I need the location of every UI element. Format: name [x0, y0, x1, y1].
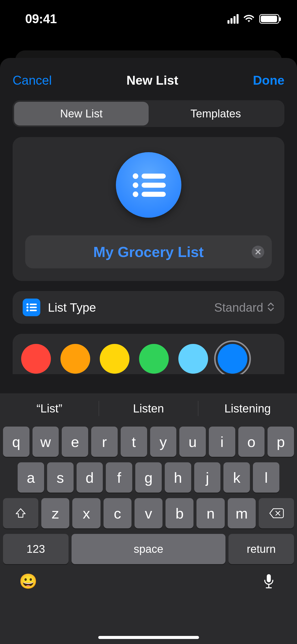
- list-name-input[interactable]: [34, 243, 263, 260]
- svg-rect-12: [267, 574, 271, 582]
- color-swatch-4[interactable]: [178, 344, 208, 374]
- suggestion-1[interactable]: Listen: [99, 402, 198, 415]
- svg-rect-5: [142, 192, 166, 197]
- key-x[interactable]: x: [72, 498, 100, 528]
- key-z[interactable]: z: [41, 498, 69, 528]
- svg-point-0: [133, 173, 138, 179]
- tab-templates[interactable]: Templates: [149, 102, 283, 125]
- suggestion-2[interactable]: Listening: [198, 402, 297, 415]
- key-u[interactable]: u: [179, 427, 206, 457]
- status-indicators: [227, 14, 279, 24]
- sheet-title: New List: [126, 73, 178, 88]
- dictation-key[interactable]: [261, 573, 277, 589]
- status-time: 09:41: [25, 12, 57, 26]
- key-f[interactable]: f: [106, 462, 132, 493]
- color-swatch-0[interactable]: [21, 344, 51, 374]
- key-m[interactable]: m: [228, 498, 256, 528]
- svg-rect-9: [30, 307, 37, 308]
- color-swatch-5[interactable]: [218, 344, 247, 374]
- key-o[interactable]: o: [238, 427, 265, 457]
- emoji-icon: 😀: [19, 573, 37, 590]
- svg-point-2: [133, 182, 138, 188]
- key-d[interactable]: d: [77, 462, 103, 493]
- key-c[interactable]: c: [104, 498, 131, 528]
- key-b[interactable]: b: [166, 498, 193, 528]
- svg-point-6: [26, 303, 28, 305]
- microphone-icon: [263, 574, 274, 589]
- svg-point-8: [26, 306, 28, 308]
- keyboard-suggestions: “List” Listen Listening: [0, 393, 297, 424]
- key-v[interactable]: v: [135, 498, 162, 528]
- backspace-key[interactable]: [259, 498, 294, 528]
- list-bullet-icon: [131, 171, 166, 199]
- cellular-signal-icon: [227, 14, 239, 24]
- sheet-nav: Cancel New List Done: [0, 66, 297, 98]
- list-bullet-small-icon: [26, 303, 37, 312]
- done-button[interactable]: Done: [253, 73, 284, 88]
- key-n[interactable]: n: [196, 498, 224, 528]
- segmented-control: New List Templates: [13, 100, 284, 127]
- cancel-button[interactable]: Cancel: [13, 73, 52, 88]
- color-swatch-3[interactable]: [139, 344, 169, 374]
- key-a[interactable]: a: [18, 462, 44, 493]
- svg-rect-11: [30, 310, 37, 311]
- key-r[interactable]: r: [91, 427, 118, 457]
- svg-point-4: [133, 191, 138, 197]
- home-indicator[interactable]: [98, 636, 199, 639]
- svg-rect-7: [30, 304, 37, 305]
- color-swatch-2[interactable]: [100, 344, 129, 374]
- key-w[interactable]: w: [32, 427, 59, 457]
- key-l[interactable]: l: [253, 462, 279, 493]
- emoji-key[interactable]: 😀: [20, 573, 36, 589]
- key-t[interactable]: t: [121, 427, 147, 457]
- svg-rect-1: [142, 174, 166, 179]
- wifi-icon: [243, 15, 255, 23]
- return-key[interactable]: return: [228, 534, 294, 564]
- chevron-up-down-icon: [267, 302, 274, 313]
- color-swatch-1[interactable]: [60, 344, 90, 374]
- list-type-row[interactable]: List Type Standard: [13, 291, 284, 324]
- list-identity-card: ✕: [13, 137, 284, 281]
- shift-icon: [15, 507, 27, 519]
- suggestion-0[interactable]: “List”: [0, 402, 99, 415]
- key-e[interactable]: e: [62, 427, 88, 457]
- numbers-key[interactable]: 123: [3, 534, 69, 564]
- svg-point-10: [26, 309, 28, 311]
- list-type-value: Standard: [214, 301, 263, 314]
- color-picker: [13, 334, 284, 374]
- list-type-icon: [23, 299, 40, 316]
- key-y[interactable]: y: [150, 427, 177, 457]
- list-icon-preview[interactable]: [116, 152, 181, 218]
- list-type-label: List Type: [48, 301, 214, 314]
- key-h[interactable]: h: [165, 462, 191, 493]
- status-bar: 09:41: [0, 0, 297, 38]
- keyboard: “List” Listen Listening qwertyuiop asdfg…: [0, 393, 297, 644]
- xmark-icon: ✕: [254, 247, 261, 257]
- key-i[interactable]: i: [209, 427, 235, 457]
- key-g[interactable]: g: [135, 462, 162, 493]
- key-j[interactable]: j: [194, 462, 221, 493]
- backspace-icon: [269, 508, 284, 519]
- space-key[interactable]: space: [72, 534, 225, 564]
- key-p[interactable]: p: [268, 427, 294, 457]
- key-k[interactable]: k: [223, 462, 250, 493]
- shift-key[interactable]: [3, 498, 38, 528]
- tab-new-list[interactable]: New List: [14, 102, 149, 125]
- list-name-field-container: ✕: [25, 235, 272, 268]
- key-q[interactable]: q: [3, 427, 29, 457]
- clear-text-button[interactable]: ✕: [252, 246, 264, 258]
- svg-rect-3: [142, 183, 166, 188]
- key-s[interactable]: s: [47, 462, 74, 493]
- battery-icon: [259, 14, 279, 24]
